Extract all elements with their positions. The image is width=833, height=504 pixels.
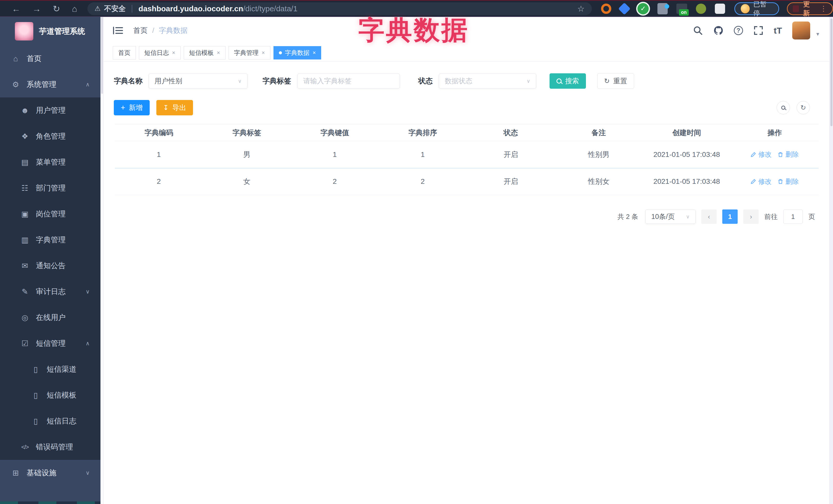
chevron-up-icon: ∧ xyxy=(86,81,90,88)
app-logo-row[interactable]: 芋道管理系统 xyxy=(0,17,100,46)
sidebar-item-sms-log[interactable]: ▯ 短信日志 xyxy=(0,408,100,434)
sidebar-item-posts[interactable]: ▣ 岗位管理 xyxy=(0,201,100,227)
extension-donut-icon[interactable] xyxy=(601,4,611,14)
shield-check-icon: ☑ xyxy=(20,339,30,348)
sidebar-item-sms[interactable]: ☑ 短信管理 ∧ xyxy=(0,331,100,356)
page-scrollbar[interactable] xyxy=(829,17,833,504)
sidebar-item-home[interactable]: ⌂ 首页 xyxy=(0,46,100,72)
close-icon[interactable]: × xyxy=(262,49,265,56)
back-icon[interactable]: ← xyxy=(12,4,21,13)
sidebar-item-audit-log[interactable]: ✎ 审计日志 ∨ xyxy=(0,279,100,305)
table-toolbar: + 新增 ↧ 导出 ↻ xyxy=(114,100,829,115)
add-button[interactable]: + 新增 xyxy=(114,100,150,115)
edit-link[interactable]: 修改 xyxy=(751,177,771,186)
export-button[interactable]: ↧ 导出 xyxy=(156,100,193,115)
dict-name-select[interactable]: 用户性别 ∨ xyxy=(149,74,247,89)
edit-label: 修改 xyxy=(758,150,771,159)
extension-gem-icon[interactable] xyxy=(618,2,630,15)
breadcrumb-home[interactable]: 首页 xyxy=(133,26,148,35)
edit-link[interactable]: 修改 xyxy=(751,150,771,159)
fullscreen-icon[interactable] xyxy=(753,25,764,35)
reload-icon[interactable]: ↻ xyxy=(53,4,60,13)
cell-status: 开启 xyxy=(467,168,555,195)
github-icon[interactable] xyxy=(713,25,723,35)
browser-menu-dots-icon[interactable]: ⋮ xyxy=(820,4,827,13)
reset-button[interactable]: ↻ 重置 xyxy=(597,73,634,89)
url-path: /dict/type/data/1 xyxy=(243,4,298,13)
close-icon[interactable]: × xyxy=(217,49,220,56)
refresh-button[interactable]: ↻ xyxy=(796,101,810,114)
sidebar: 芋道管理系统 ⌂ 首页 ⚙ 系统管理 ∧ ☻ 用户管理 ❖ 角色管理 ▤ 菜单管… xyxy=(0,17,100,504)
on-badge: on xyxy=(679,9,689,16)
bookmark-star-icon[interactable]: ☆ xyxy=(577,4,585,14)
sidebar-item-label: 短信渠道 xyxy=(47,364,76,375)
table-row: 2 女 2 2 开启 性别女 2021-01-05 17:03:48 修改 删除 xyxy=(115,168,819,195)
close-icon[interactable]: × xyxy=(172,49,175,56)
cell-code: 2 xyxy=(115,168,203,195)
cell-actions: 修改 删除 xyxy=(731,141,819,168)
cell-created: 2021-01-05 17:03:48 xyxy=(643,141,731,168)
sidebar-item-dictionary[interactable]: ▥ 字典管理 xyxy=(0,227,100,253)
dict-tag-input[interactable] xyxy=(297,74,400,89)
close-icon[interactable]: × xyxy=(313,49,316,56)
help-icon[interactable]: ? xyxy=(734,26,743,35)
extension-flower-icon[interactable] xyxy=(696,4,706,14)
cell-actions: 修改 删除 xyxy=(731,168,819,195)
page-scroll-thumb[interactable] xyxy=(830,19,832,126)
sidebar-scrollbar[interactable] xyxy=(100,17,103,504)
sidebar-item-sms-template[interactable]: ▯ 短信模板 xyxy=(0,382,100,408)
extension-bars-icon[interactable] xyxy=(658,3,668,14)
font-size-icon[interactable]: tT xyxy=(774,26,782,35)
browser-update-button[interactable]: 更新 ⋮ xyxy=(787,2,833,15)
col-status: 状态 xyxy=(467,124,555,141)
sidebar-item-notices[interactable]: ✉ 通知公告 xyxy=(0,253,100,279)
hamburger-icon[interactable] xyxy=(113,26,123,35)
delete-link[interactable]: 删除 xyxy=(778,150,799,159)
security-label[interactable]: 不安全 xyxy=(104,4,125,14)
extension-on-icon[interactable]: on xyxy=(676,4,687,14)
page-1-button[interactable]: 1 xyxy=(722,210,738,224)
tab-sms-template[interactable]: 短信模板 × xyxy=(184,46,225,59)
page-size-select[interactable]: 10条/页 ∨ xyxy=(645,210,696,224)
sidebar-item-online-users[interactable]: ◎ 在线用户 xyxy=(0,305,100,331)
cell-created: 2021-01-05 17:03:48 xyxy=(643,168,731,195)
toggle-search-button[interactable] xyxy=(777,101,790,114)
sidebar-item-departments[interactable]: ☷ 部门管理 xyxy=(0,175,100,201)
home-icon[interactable]: ⌂ xyxy=(72,4,77,13)
browser-profile-chip[interactable]: 已暂停 xyxy=(734,2,779,15)
avatar[interactable] xyxy=(792,22,810,40)
sidebar-scroll-thumb[interactable] xyxy=(101,17,103,94)
sidebar-item-sms-channel[interactable]: ▯ 短信渠道 xyxy=(0,356,100,382)
sidebar-item-infrastructure[interactable]: ⊞ 基础设施 ∨ xyxy=(0,460,100,486)
sidebar-item-roles[interactable]: ❖ 角色管理 xyxy=(0,123,100,149)
forward-icon[interactable]: → xyxy=(32,4,41,13)
sidebar-item-label: 短信模板 xyxy=(47,390,76,401)
col-dict-label: 字典标签 xyxy=(203,124,291,141)
tab-sms-log[interactable]: 短信日志 × xyxy=(139,46,181,59)
tab-dict-data[interactable]: 字典数据 × xyxy=(273,46,322,59)
tab-home[interactable]: 首页 xyxy=(113,46,136,59)
sidebar-item-error-codes[interactable]: </> 错误码管理 xyxy=(0,434,100,460)
search-icon[interactable] xyxy=(693,25,703,35)
col-dict-code: 字典编码 xyxy=(115,124,203,141)
prev-page-button[interactable]: ‹ xyxy=(701,210,717,224)
address-bar[interactable]: ⚠ 不安全 dashboard.yudao.iocoder.cn/dict/ty… xyxy=(88,2,592,15)
sidebar-item-system[interactable]: ⚙ 系统管理 ∧ xyxy=(0,72,100,97)
goto-page-input[interactable] xyxy=(783,210,803,224)
cell-code: 1 xyxy=(115,141,203,168)
delete-link[interactable]: 删除 xyxy=(778,177,799,186)
search-button[interactable]: 搜索 xyxy=(549,73,586,89)
caret-down-icon[interactable]: ▾ xyxy=(816,31,819,38)
update-icon xyxy=(793,5,799,12)
app-title: 芋道管理系统 xyxy=(39,26,85,37)
tab-dict-manage[interactable]: 字典管理 × xyxy=(229,46,270,59)
url-text[interactable]: dashboard.yudao.iocoder.cn/dict/type/dat… xyxy=(138,4,297,13)
sidebar-item-menus[interactable]: ▤ 菜单管理 xyxy=(0,149,100,175)
extensions-puzzle-icon[interactable] xyxy=(715,4,725,14)
col-dict-sort: 字典排序 xyxy=(379,124,467,141)
next-page-button[interactable]: › xyxy=(743,210,759,224)
table-mini-tools: ↻ xyxy=(777,101,810,114)
status-select[interactable]: 数据状态 ∨ xyxy=(439,74,536,89)
extension-check-icon[interactable]: ✓ xyxy=(638,3,649,14)
sidebar-item-users[interactable]: ☻ 用户管理 xyxy=(0,97,100,123)
